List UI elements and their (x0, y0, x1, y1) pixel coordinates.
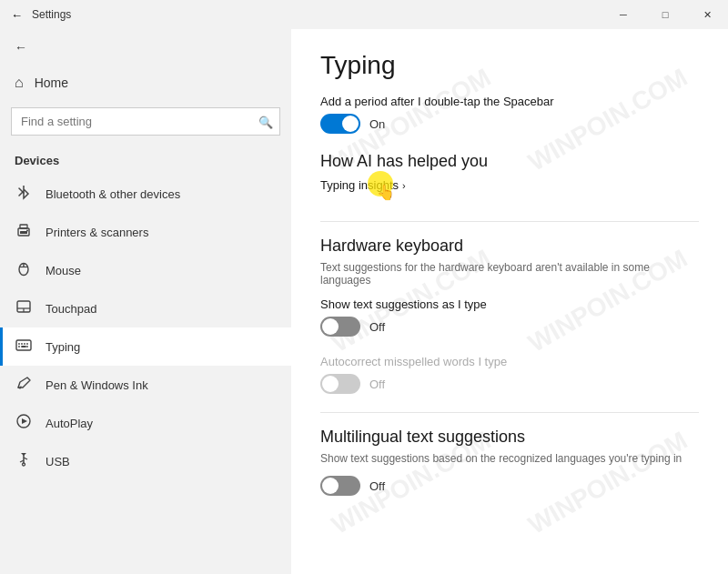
search-input[interactable] (11, 107, 280, 136)
sidebar-item-touchpad[interactable]: Touchpad (0, 289, 291, 327)
spacebar-toggle-row: On (320, 114, 699, 134)
sidebar-item-pen-label: Pen & Windows Ink (46, 378, 148, 392)
text-suggest-toggle-row: Off (320, 317, 699, 337)
sidebar-item-autoplay[interactable]: AutoPlay (0, 404, 291, 442)
autocorrect-setting: Autocorrect misspelled words I type Off (320, 355, 699, 394)
svg-rect-2 (20, 231, 27, 234)
bluetooth-icon (15, 184, 33, 204)
autocorrect-toggle-thumb (322, 376, 339, 392)
app-container: ← ⌂ Home 🔍 Devices Bluetooth & other dev… (0, 29, 728, 574)
sidebar-item-bluetooth[interactable]: Bluetooth & other devices (0, 175, 291, 213)
spacebar-toggle-status: On (369, 117, 385, 131)
printers-icon (15, 222, 33, 242)
titlebar-title: Settings (32, 8, 71, 21)
typing-insights-text: Typing insights (320, 178, 399, 192)
svg-rect-10 (16, 340, 31, 350)
home-label: Home (35, 76, 68, 90)
sidebar-item-usb[interactable]: USB (0, 442, 291, 480)
text-suggest-toggle[interactable] (320, 317, 360, 337)
multilingual-toggle-status: Off (369, 479, 385, 493)
sidebar-item-pen[interactable]: Pen & Windows Ink (0, 366, 291, 404)
text-suggest-toggle-thumb (322, 318, 339, 335)
svg-point-24 (23, 463, 25, 466)
content-area: WINPOIN.COM WINPOIN.COM WINPOIN.COM WINP… (291, 29, 728, 574)
titlebar: ← Settings ─ □ ✕ (0, 0, 728, 29)
hardware-desc: Text suggestions for the hardware keyboa… (320, 261, 699, 287)
multilingual-toggle[interactable] (320, 476, 360, 496)
titlebar-controls: ─ □ ✕ (602, 0, 728, 29)
text-suggest-setting: Show text suggestions as I type Off (320, 297, 699, 337)
section-title: Devices (0, 150, 291, 175)
divider-1 (320, 221, 699, 222)
multilingual-toggle-thumb (322, 478, 339, 494)
content-inner: Typing Add a period after I double-tap t… (320, 51, 699, 496)
multilingual-title: Multilingual text suggestions (320, 428, 699, 447)
multilingual-desc: Show text suggestions based on the recog… (320, 452, 699, 465)
mouse-icon (15, 260, 33, 280)
text-suggest-label: Show text suggestions as I type (320, 297, 699, 311)
sidebar-item-bluetooth-label: Bluetooth & other devices (46, 187, 180, 201)
back-button[interactable]: ← (0, 29, 291, 65)
sidebar-item-typing[interactable]: Typing (0, 327, 291, 366)
spacebar-toggle-thumb (342, 116, 359, 132)
multilingual-toggle-track (320, 476, 360, 496)
hardware-section-title: Hardware keyboard (320, 237, 699, 256)
sidebar-item-home[interactable]: ⌂ Home (0, 65, 291, 100)
multilingual-toggle-row: Off (320, 476, 699, 496)
sidebar-item-printers-label: Printers & scanners (46, 226, 148, 239)
back-arrow-icon: ← (15, 40, 27, 55)
minimize-button[interactable]: ─ (602, 0, 644, 29)
multilingual-setting: Off (320, 476, 699, 496)
sidebar-item-mouse-label: Mouse (46, 264, 81, 277)
svg-point-3 (26, 230, 28, 232)
typing-insights-container: Typing insights › 👆 (320, 176, 406, 210)
sidebar-item-mouse[interactable]: Mouse (0, 251, 291, 289)
sidebar: ← ⌂ Home 🔍 Devices Bluetooth & other dev… (0, 29, 291, 574)
typing-icon (15, 337, 33, 357)
divider-2 (320, 412, 699, 413)
typing-insights-link[interactable]: Typing insights › (320, 178, 406, 192)
sidebar-item-autoplay-label: AutoPlay (46, 417, 93, 430)
text-suggest-toggle-status: Off (369, 320, 385, 334)
svg-marker-21 (21, 453, 26, 456)
usb-icon (15, 451, 33, 471)
page-title: Typing (320, 51, 699, 80)
home-icon: ⌂ (15, 75, 24, 91)
touchpad-icon (15, 298, 33, 318)
autoplay-icon (15, 413, 33, 433)
pen-icon (15, 375, 33, 395)
ai-section-title: How AI has helped you (320, 152, 699, 171)
spacebar-setting: Add a period after I double-tap the Spac… (320, 95, 699, 134)
svg-marker-19 (22, 418, 27, 424)
spacebar-toggle[interactable] (320, 114, 360, 134)
sidebar-item-printers[interactable]: Printers & scanners (0, 213, 291, 251)
autocorrect-toggle[interactable] (320, 374, 360, 394)
maximize-button[interactable]: □ (644, 0, 686, 29)
autocorrect-toggle-status: Off (369, 378, 385, 391)
spacebar-label: Add a period after I double-tap the Spac… (320, 95, 699, 108)
sidebar-item-typing-label: Typing (46, 340, 80, 354)
autocorrect-toggle-row: Off (320, 374, 699, 394)
titlebar-left: ← Settings (11, 8, 71, 22)
spacebar-toggle-track (320, 114, 360, 134)
chevron-right-icon: › (402, 180, 406, 191)
autocorrect-toggle-track (320, 374, 360, 394)
autocorrect-label: Autocorrect misspelled words I type (320, 355, 699, 368)
svg-rect-1 (20, 225, 27, 228)
close-button[interactable]: ✕ (686, 0, 728, 29)
sidebar-item-usb-label: USB (46, 455, 70, 468)
back-icon[interactable]: ← (11, 8, 23, 22)
sidebar-search[interactable]: 🔍 (11, 107, 280, 136)
text-suggest-toggle-track (320, 317, 360, 337)
sidebar-item-touchpad-label: Touchpad (46, 302, 96, 316)
search-icon[interactable]: 🔍 (258, 115, 273, 128)
